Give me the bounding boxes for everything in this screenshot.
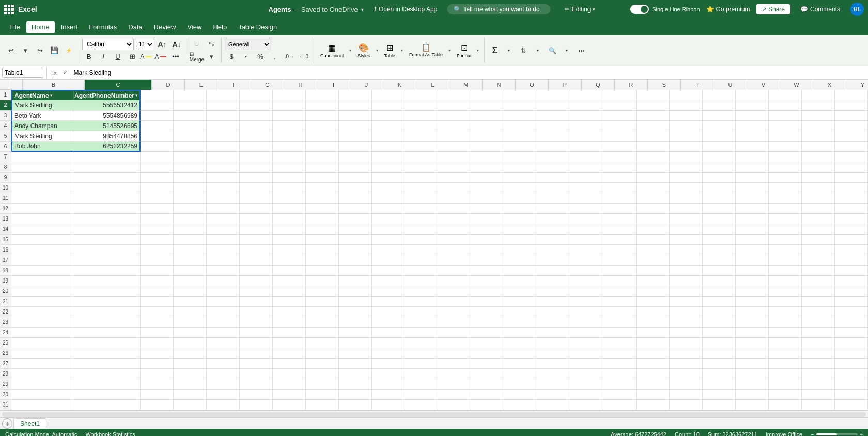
cell-x9[interactable] [802,173,835,183]
cell-e21[interactable] [174,297,207,307]
cell-n5[interactable] [471,131,504,142]
cell-o25[interactable] [504,338,537,348]
cell-m25[interactable] [438,338,471,348]
cell-u19[interactable] [703,276,736,286]
cell-i11[interactable] [306,193,339,204]
row-num-20[interactable]: 20 [0,286,11,297]
cell-n22[interactable] [471,307,504,317]
col-header-p[interactable]: P [549,80,582,90]
cell-p30[interactable] [537,390,570,400]
row-num-22[interactable]: 22 [0,307,11,317]
cell-s18[interactable] [637,266,670,276]
more-undo-button[interactable]: ⚡ [62,45,75,56]
cell-q28[interactable] [570,369,603,379]
cell-f13[interactable] [207,214,240,224]
cell-p29[interactable] [537,379,570,390]
cell-w11[interactable] [769,193,802,204]
cell-d3[interactable] [141,111,174,121]
cell-p27[interactable] [537,359,570,369]
cell-n7[interactable] [471,152,504,162]
cell-g29[interactable] [240,379,273,390]
cell-x18[interactable] [802,266,835,276]
cell-n19[interactable] [471,276,504,286]
cell-s23[interactable] [637,317,670,328]
cell-r4[interactable] [603,121,637,131]
cell-u15[interactable] [703,235,736,245]
cell-h29[interactable] [273,379,306,390]
cell-v9[interactable] [736,173,769,183]
cell-v23[interactable] [736,317,769,328]
cell-r14[interactable] [603,224,637,235]
cell-o22[interactable] [504,307,537,317]
cell-j26[interactable] [339,348,372,359]
cell-l16[interactable] [405,245,438,255]
col-header-h[interactable]: H [284,80,317,90]
cell-q21[interactable] [570,297,603,307]
cell-s15[interactable] [637,235,670,245]
cell-y28[interactable] [835,369,868,379]
cell-s11[interactable] [637,193,670,204]
cell-w3[interactable] [769,111,802,121]
cell-k29[interactable] [372,379,405,390]
cell-c15[interactable] [73,235,141,245]
menu-help[interactable]: Help [208,21,232,33]
row-num-25[interactable]: 25 [0,338,11,348]
cell-c18[interactable] [73,266,141,276]
cell-h4[interactable] [273,121,306,131]
cell-o20[interactable] [504,286,537,297]
cell-j16[interactable] [339,245,372,255]
cell-j14[interactable] [339,224,372,235]
cell-g25[interactable] [240,338,273,348]
cell-s19[interactable] [637,276,670,286]
cell-o4[interactable] [504,121,537,131]
cell-i20[interactable] [306,286,339,297]
cell-l25[interactable] [405,338,438,348]
cell-m6[interactable] [438,142,471,152]
cell-p31[interactable] [537,400,570,410]
cell-b28[interactable] [11,369,73,379]
cell-o1[interactable] [504,90,537,100]
cell-n20[interactable] [471,286,504,297]
cell-b9[interactable] [11,173,73,183]
zoom-in-button[interactable]: + [860,431,863,436]
row-num-3[interactable]: 3 [0,111,11,121]
cell-m19[interactable] [438,276,471,286]
cell-i7[interactable] [306,152,339,162]
cell-w20[interactable] [769,286,802,297]
cell-q20[interactable] [570,286,603,297]
row-num-6[interactable]: 6 [0,142,11,152]
undo-dropdown[interactable]: ▾ [19,45,32,56]
cell-g27[interactable] [240,359,273,369]
cell-q3[interactable] [570,111,603,121]
cell-h12[interactable] [273,204,306,214]
cell-n14[interactable] [471,224,504,235]
cell-h9[interactable] [273,173,306,183]
cell-t18[interactable] [670,266,703,276]
cell-r23[interactable] [603,317,637,328]
cell-k17[interactable] [372,255,405,266]
cell-s2[interactable] [637,100,670,111]
cell-s7[interactable] [637,152,670,162]
cell-w10[interactable] [769,183,802,193]
filter-dropdown-b1[interactable]: ▾ [50,93,52,98]
cell-d1[interactable] [141,90,174,100]
sort-filter-dropdown[interactable]: ▾ [531,45,545,56]
cell-c9[interactable] [73,173,141,183]
cell-t27[interactable] [670,359,703,369]
cell-s21[interactable] [637,297,670,307]
cell-h20[interactable] [273,286,306,297]
cell-v5[interactable] [736,131,769,142]
cell-f4[interactable] [207,121,240,131]
cell-n8[interactable] [471,162,504,173]
cell-b5[interactable]: Mark Siedling [11,131,73,142]
cell-d25[interactable] [141,338,174,348]
cell-j19[interactable] [339,276,372,286]
cell-h15[interactable] [273,235,306,245]
row-num-30[interactable]: 30 [0,390,11,400]
cell-w6[interactable] [769,142,802,152]
cell-l22[interactable] [405,307,438,317]
cell-x26[interactable] [802,348,835,359]
cell-m15[interactable] [438,235,471,245]
cell-o10[interactable] [504,183,537,193]
cell-s17[interactable] [637,255,670,266]
